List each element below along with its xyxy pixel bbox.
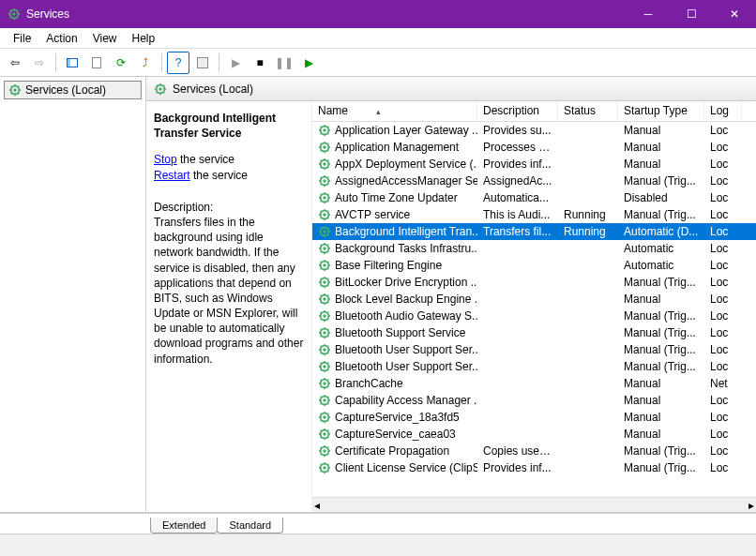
- table-row[interactable]: Certificate PropagationCopies user ...Ma…: [312, 443, 756, 459]
- table-row[interactable]: Bluetooth Audio Gateway S...Manual (Trig…: [312, 308, 756, 324]
- export-button[interactable]: ⤴: [134, 52, 157, 74]
- forward-button[interactable]: ⇨: [28, 52, 51, 74]
- service-list: Name▴ Description Status Startup Type Lo…: [311, 101, 756, 512]
- service-icon: [318, 360, 331, 373]
- scroll-left-icon[interactable]: ◂: [314, 499, 320, 512]
- service-icon: [318, 428, 331, 441]
- restart-link[interactable]: Restart: [154, 169, 190, 182]
- table-row[interactable]: Bluetooth User Support Ser...Manual (Tri…: [312, 358, 756, 375]
- service-icon: [318, 158, 331, 171]
- service-icon: [318, 141, 331, 154]
- service-icon: [318, 394, 331, 407]
- help-button[interactable]: ?: [167, 52, 189, 74]
- service-icon: [318, 411, 331, 424]
- stop-link[interactable]: Stop: [154, 153, 177, 166]
- window-title: Services: [26, 8, 627, 21]
- service-icon: [318, 326, 331, 339]
- service-icon: [318, 377, 331, 390]
- menubar: File Action View Help: [0, 28, 756, 49]
- view-tabs: Extended Standard: [0, 513, 756, 533]
- app-icon: [8, 8, 21, 21]
- help-topics-button[interactable]: [191, 52, 214, 74]
- table-row[interactable]: Auto Time Zone UpdaterAutomatica...Disab…: [312, 189, 756, 206]
- table-row[interactable]: Application Layer Gateway ...Provides su…: [312, 122, 756, 139]
- scroll-right-icon[interactable]: ▸: [748, 499, 754, 512]
- column-headers: Name▴ Description Status Startup Type Lo…: [312, 101, 756, 122]
- toolbar: ⇦ ⇨ ⟳ ⤴ ? ▶ ■ ❚❚ ▶: [0, 49, 756, 77]
- service-icon: [318, 444, 331, 458]
- service-icon: [318, 242, 331, 255]
- service-icon: [318, 174, 331, 188]
- show-hide-tree-button[interactable]: [61, 52, 83, 74]
- minimize-button[interactable]: ─: [627, 0, 670, 28]
- service-icon: [318, 343, 331, 356]
- service-icon: [318, 276, 331, 289]
- table-row[interactable]: BranchCacheManualNet: [312, 375, 756, 392]
- rows-container[interactable]: Application Layer Gateway ...Provides su…: [312, 122, 756, 497]
- titlebar: Services ─ ☐ ✕: [0, 0, 756, 28]
- nav-tree: Services (Local): [0, 77, 146, 512]
- table-row[interactable]: Client License Service (ClipSProvides in…: [312, 459, 756, 476]
- col-description[interactable]: Description: [477, 101, 558, 121]
- service-icon: [318, 259, 331, 272]
- services-icon: [154, 83, 167, 96]
- maximize-button[interactable]: ☐: [670, 0, 713, 28]
- description-text: Transfers files in the background using …: [154, 215, 304, 367]
- menu-help[interactable]: Help: [125, 30, 163, 47]
- table-row[interactable]: Background Tasks Infrastru...AutomaticLo…: [312, 240, 756, 257]
- table-row[interactable]: Block Level Backup Engine ...ManualLoc: [312, 291, 756, 308]
- stop-service-line: Stop the service: [154, 152, 304, 167]
- col-name[interactable]: Name▴: [312, 101, 477, 121]
- stop-service-button[interactable]: ■: [249, 52, 271, 74]
- table-row[interactable]: AppX Deployment Service (...Provides inf…: [312, 156, 756, 173]
- restart-service-line: Restart the service: [154, 168, 304, 183]
- table-row[interactable]: Capability Access Manager ...ManualLoc: [312, 392, 756, 409]
- menu-action[interactable]: Action: [38, 30, 84, 47]
- detail-pane: Background Intelligent Transfer Service …: [146, 101, 311, 512]
- table-row[interactable]: Background Intelligent Tran...Transfers …: [312, 223, 756, 240]
- refresh-button[interactable]: ⟳: [110, 52, 132, 74]
- table-row[interactable]: BitLocker Drive Encryption ...Manual (Tr…: [312, 274, 756, 291]
- table-row[interactable]: CaptureService_18a3fd5ManualLoc: [312, 409, 756, 426]
- table-row[interactable]: Base Filtering EngineAutomaticLoc: [312, 257, 756, 274]
- description-label: Description:: [154, 200, 304, 215]
- main-pane: Services (Local) Background Intelligent …: [146, 77, 756, 512]
- service-icon: [318, 208, 331, 221]
- restart-service-button[interactable]: ▶: [297, 52, 320, 74]
- table-row[interactable]: Application ManagementProcesses in...Man…: [312, 139, 756, 156]
- services-icon: [8, 83, 22, 97]
- tab-standard[interactable]: Standard: [217, 518, 283, 533]
- close-button[interactable]: ✕: [713, 0, 756, 28]
- service-icon: [318, 293, 331, 306]
- back-button[interactable]: ⇦: [4, 52, 26, 74]
- menu-file[interactable]: File: [6, 30, 38, 47]
- tab-extended[interactable]: Extended: [150, 518, 218, 533]
- table-row[interactable]: Bluetooth User Support Ser...Manual (Tri…: [312, 341, 756, 358]
- service-icon: [318, 191, 331, 204]
- pane-header: Services (Local): [146, 77, 756, 101]
- table-row[interactable]: CaptureService_caea03ManualLoc: [312, 426, 756, 443]
- service-icon: [318, 309, 331, 323]
- menu-view[interactable]: View: [85, 30, 125, 47]
- sort-asc-icon: ▴: [376, 107, 381, 116]
- col-startup-type[interactable]: Startup Type: [618, 101, 704, 121]
- table-row[interactable]: AssignedAccessManager Se...AssignedAc...…: [312, 173, 756, 189]
- status-bar: [0, 533, 756, 556]
- pane-title: Services (Local): [173, 83, 253, 96]
- selected-service-title: Background Intelligent Transfer Service: [154, 111, 304, 141]
- properties-button[interactable]: [85, 52, 108, 74]
- service-icon: [318, 225, 331, 238]
- table-row[interactable]: Bluetooth Support ServiceManual (Trig...…: [312, 324, 756, 341]
- service-icon: [318, 461, 331, 474]
- content: Services (Local) Services (Local) Backgr…: [0, 77, 756, 513]
- nav-services-local[interactable]: Services (Local): [4, 81, 142, 99]
- nav-label: Services (Local): [25, 83, 106, 97]
- pause-service-button[interactable]: ❚❚: [273, 52, 295, 74]
- col-logon[interactable]: Log: [704, 101, 742, 121]
- table-row[interactable]: AVCTP serviceThis is Audi...RunningManua…: [312, 206, 756, 223]
- service-icon: [318, 124, 331, 137]
- start-service-button[interactable]: ▶: [224, 52, 247, 74]
- horizontal-scrollbar[interactable]: ◂ ▸: [312, 497, 756, 512]
- col-status[interactable]: Status: [558, 101, 618, 121]
